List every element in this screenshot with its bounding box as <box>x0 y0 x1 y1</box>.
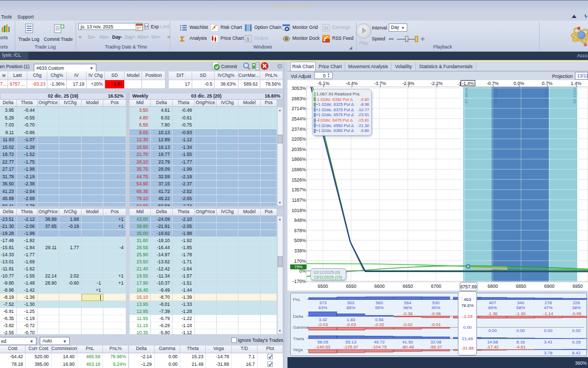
svg-text:Σ: Σ <box>180 35 185 43</box>
svg-text:$: $ <box>247 37 249 42</box>
